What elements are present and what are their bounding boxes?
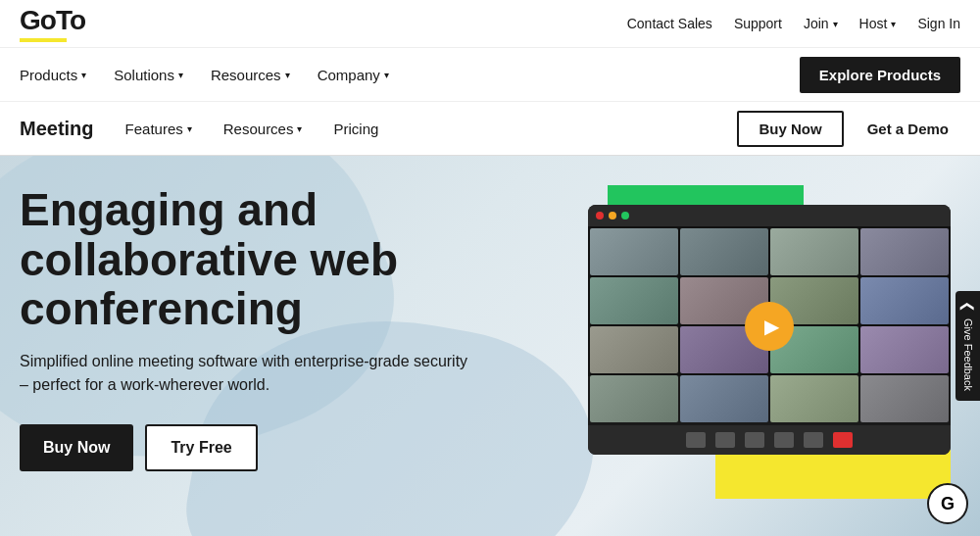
toolbar-camera-icon [774,432,794,448]
hero-subtext: Simplified online meeting software with … [20,350,470,397]
video-cell [680,228,768,275]
products-chevron-icon: ▾ [81,70,86,80]
product-resources-chevron-icon: ▾ [297,123,302,134]
video-cell [860,326,949,373]
hero-buy-button[interactable]: Buy Now [20,424,133,471]
logo[interactable]: GoTo [20,5,85,42]
support-link[interactable]: Support [734,16,782,31]
hero-image-area: ▶ [588,185,970,499]
toolbar-record-icon [686,432,706,448]
logo-text: GoTo [20,5,85,36]
features-nav-item[interactable]: Features ▾ [125,121,192,137]
video-cell [770,228,858,275]
contact-sales-link[interactable]: Contact Sales [627,16,712,31]
resources-nav-item[interactable]: Resources ▾ [211,67,290,83]
sign-in-link[interactable]: Sign In [917,16,960,31]
main-nav: Products ▾ Solutions ▾ Resources ▾ Compa… [0,48,980,102]
hero-buttons: Buy Now Try Free [20,424,529,471]
host-chevron-icon: ▾ [891,19,896,29]
video-cell [680,375,768,422]
product-nav: Meeting Features ▾ Resources ▾ Pricing B… [0,102,980,156]
give-feedback-tab[interactable]: ❮ Give Feedback [956,291,980,401]
logo-underline [20,38,67,42]
top-bar: GoTo Contact Sales Support Join ▾ Host ▾… [0,0,980,48]
features-chevron-icon: ▾ [187,123,192,134]
meeting-screen-mock[interactable]: ▶ [588,205,951,455]
hero-content: Engaging and collaborative web conferenc… [20,185,529,471]
screen-dot-yellow [609,212,616,219]
company-chevron-icon: ▾ [384,70,389,80]
join-link[interactable]: Join ▾ [804,16,838,31]
join-chevron-icon: ▾ [833,19,838,29]
products-nav-item[interactable]: Products ▾ [20,67,86,83]
resources-chevron-icon: ▾ [285,70,290,80]
product-resources-nav-item[interactable]: Resources ▾ [223,121,303,137]
toolbar-react-icon [715,432,735,448]
solutions-nav-item[interactable]: Solutions ▾ [114,67,183,83]
play-button[interactable]: ▶ [745,302,794,351]
video-cell [590,228,678,275]
toolbar-leave-icon [833,432,853,448]
buy-now-button[interactable]: Buy Now [737,111,843,147]
video-cell [590,326,678,373]
video-cell [860,228,949,275]
pricing-nav-item[interactable]: Pricing [333,121,378,137]
solutions-chevron-icon: ▾ [178,70,183,80]
company-nav-item[interactable]: Company ▾ [318,67,389,83]
explore-products-button[interactable]: Explore Products [800,57,960,93]
main-nav-left: Products ▾ Solutions ▾ Resources ▾ Compa… [20,67,389,83]
screen-dot-green [621,212,629,219]
video-cell [860,277,949,324]
hero-try-button[interactable]: Try Free [145,424,257,471]
video-cell [770,375,858,422]
hero-heading: Engaging and collaborative web conferenc… [20,185,529,334]
hero-section: Engaging and collaborative web conferenc… [0,156,980,536]
product-nav-left: Meeting Features ▾ Resources ▾ Pricing [20,118,378,140]
play-icon: ▶ [764,315,779,338]
meeting-title: Meeting [20,118,94,140]
toolbar-mic-icon [745,432,764,448]
circle-action-button[interactable]: G [927,483,968,524]
host-link[interactable]: Host ▾ [859,16,897,31]
screen-toolbar [588,425,951,455]
video-cell [590,375,678,422]
toolbar-share-icon [804,432,823,448]
product-nav-right: Buy Now Get a Demo [737,111,960,147]
get-demo-link[interactable]: Get a Demo [856,113,960,145]
top-utility-nav: Contact Sales Support Join ▾ Host ▾ Sign… [627,16,960,31]
yellow-accent-rect [715,450,951,499]
feedback-arrow-icon: ❮ [960,301,976,313]
screen-dot-red [596,212,604,219]
screen-top-bar [588,205,951,226]
video-cell [860,375,949,422]
video-cell [590,277,678,324]
